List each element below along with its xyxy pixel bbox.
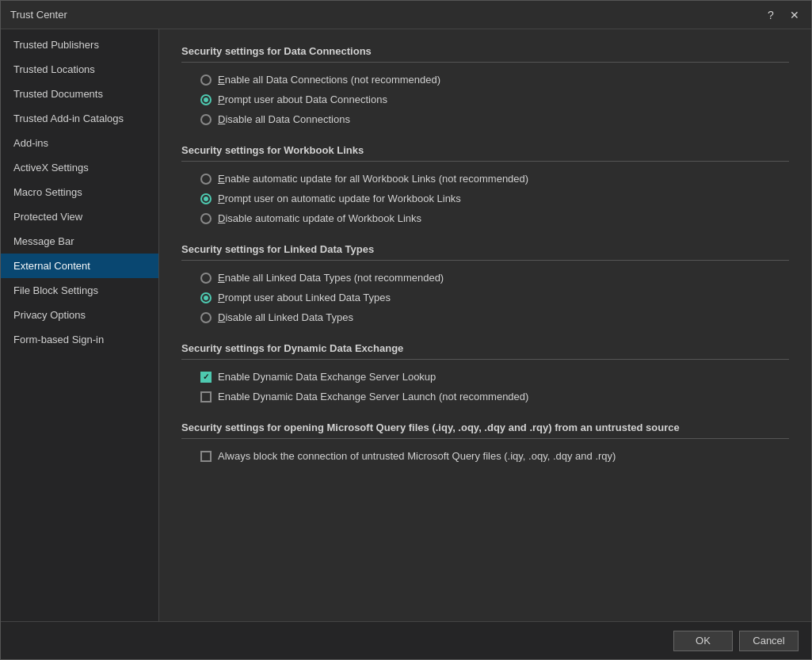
option-label-dc-prompt: Prompt user about Data Connections <box>218 93 387 105</box>
dialog-body: Trusted PublishersTrusted LocationsTrust… <box>1 29 811 621</box>
radio-ldt-enable[interactable] <box>200 273 212 284</box>
section-divider-workbook-links <box>181 161 789 162</box>
option-wl-disable[interactable]: Disable automatic update of Workbook Lin… <box>200 212 789 224</box>
option-group-data-connections: Enable all Data Connections (not recomme… <box>181 74 789 125</box>
radio-wl-disable[interactable] <box>200 213 212 224</box>
option-label-wl-prompt: Prompt user on automatic update for Work… <box>218 193 461 204</box>
sidebar-item-protected-view[interactable]: Protected View <box>1 204 158 229</box>
section-microsoft-query: Security settings for opening Microsoft … <box>181 422 789 462</box>
option-dc-disable[interactable]: Disable all Data Connections <box>200 113 789 125</box>
sidebar-item-trusted-addins[interactable]: Trusted Add-in Catalogs <box>1 106 158 131</box>
option-label-dc-disable: Disable all Data Connections <box>218 113 350 125</box>
sidebar-item-activex[interactable]: ActiveX Settings <box>1 155 158 180</box>
option-ldt-disable[interactable]: Disable all Linked Data Types <box>200 311 789 323</box>
radio-wl-enable[interactable] <box>200 174 212 185</box>
section-data-connections: Security settings for Data ConnectionsEn… <box>181 45 789 125</box>
sidebar: Trusted PublishersTrusted LocationsTrust… <box>1 29 159 621</box>
sidebar-item-file-block[interactable]: File Block Settings <box>1 278 158 303</box>
radio-dc-disable[interactable] <box>200 114 212 125</box>
section-title-dynamic-data-exchange: Security settings for Dynamic Data Excha… <box>181 342 789 354</box>
sidebar-item-macro[interactable]: Macro Settings <box>1 180 158 204</box>
option-group-workbook-links: Enable automatic update for all Workbook… <box>181 173 789 224</box>
option-ldt-prompt[interactable]: Prompt user about Linked Data Types <box>200 292 789 303</box>
section-dynamic-data-exchange: Security settings for Dynamic Data Excha… <box>181 342 789 402</box>
section-divider-dynamic-data-exchange <box>181 359 789 360</box>
section-workbook-links: Security settings for Workbook LinksEnab… <box>181 144 789 224</box>
option-wl-enable[interactable]: Enable automatic update for all Workbook… <box>200 173 789 185</box>
sidebar-item-trusted-documents[interactable]: Trusted Documents <box>1 82 158 106</box>
section-title-microsoft-query: Security settings for opening Microsoft … <box>181 422 789 433</box>
option-label-dde-lookup: Enable Dynamic Data Exchange Server Look… <box>218 371 436 383</box>
option-dde-lookup[interactable]: Enable Dynamic Data Exchange Server Look… <box>200 371 789 383</box>
radio-wl-prompt[interactable] <box>200 193 212 204</box>
radio-dc-enable[interactable] <box>200 74 212 86</box>
section-title-workbook-links: Security settings for Workbook Links <box>181 144 789 156</box>
radio-ldt-disable[interactable] <box>200 312 212 323</box>
section-linked-data-types: Security settings for Linked Data TypesE… <box>181 243 789 323</box>
section-divider-linked-data-types <box>181 260 789 261</box>
option-label-ldt-enable: Enable all Linked Data Types (not recomm… <box>218 272 444 284</box>
section-title-data-connections: Security settings for Data Connections <box>181 45 789 57</box>
checkbox-mq-block[interactable] <box>200 451 212 462</box>
option-label-dde-launch: Enable Dynamic Data Exchange Server Laun… <box>218 391 528 402</box>
content-area: Security settings for Data ConnectionsEn… <box>159 29 811 621</box>
sidebar-item-external-content[interactable]: External Content <box>1 254 158 278</box>
sidebar-item-message-bar[interactable]: Message Bar <box>1 229 158 254</box>
dialog-footer: OK Cancel <box>1 621 811 659</box>
option-label-ldt-prompt: Prompt user about Linked Data Types <box>218 292 391 303</box>
option-group-microsoft-query: Always block the connection of untrusted… <box>181 450 789 462</box>
title-bar: Trust Center ? ✕ <box>1 1 811 29</box>
option-label-dc-enable: Enable all Data Connections (not recomme… <box>218 74 440 86</box>
ok-button[interactable]: OK <box>673 631 733 651</box>
section-divider-data-connections <box>181 62 789 63</box>
radio-ldt-prompt[interactable] <box>200 292 212 303</box>
help-button[interactable]: ? <box>761 5 781 25</box>
sidebar-item-addins[interactable]: Add-ins <box>1 131 158 155</box>
option-group-dynamic-data-exchange: Enable Dynamic Data Exchange Server Look… <box>181 371 789 402</box>
radio-dc-prompt[interactable] <box>200 94 212 105</box>
sidebar-item-form-signin[interactable]: Form-based Sign-in <box>1 327 158 352</box>
sidebar-item-privacy[interactable]: Privacy Options <box>1 303 158 327</box>
close-button[interactable]: ✕ <box>784 5 805 25</box>
option-dde-launch[interactable]: Enable Dynamic Data Exchange Server Laun… <box>200 391 789 402</box>
dialog-title: Trust Center <box>10 9 67 21</box>
option-label-wl-enable: Enable automatic update for all Workbook… <box>218 173 528 185</box>
sidebar-item-trusted-publishers[interactable]: Trusted Publishers <box>1 32 158 57</box>
trust-center-dialog: Trust Center ? ✕ Trusted PublishersTrust… <box>0 0 812 660</box>
checkbox-dde-launch[interactable] <box>200 391 212 402</box>
title-bar-left: Trust Center <box>10 9 67 21</box>
option-group-linked-data-types: Enable all Linked Data Types (not recomm… <box>181 272 789 323</box>
option-dc-prompt[interactable]: Prompt user about Data Connections <box>200 93 789 105</box>
checkbox-dde-lookup[interactable] <box>200 372 212 383</box>
title-bar-right: ? ✕ <box>761 5 805 25</box>
option-wl-prompt[interactable]: Prompt user on automatic update for Work… <box>200 193 789 204</box>
option-label-wl-disable: Disable automatic update of Workbook Lin… <box>218 212 421 224</box>
section-divider-microsoft-query <box>181 438 789 439</box>
option-ldt-enable[interactable]: Enable all Linked Data Types (not recomm… <box>200 272 789 284</box>
option-label-ldt-disable: Disable all Linked Data Types <box>218 311 353 323</box>
sidebar-item-trusted-locations[interactable]: Trusted Locations <box>1 57 158 82</box>
option-label-mq-block: Always block the connection of untrusted… <box>218 450 616 462</box>
cancel-button[interactable]: Cancel <box>739 631 799 651</box>
option-mq-block[interactable]: Always block the connection of untrusted… <box>200 450 789 462</box>
option-dc-enable[interactable]: Enable all Data Connections (not recomme… <box>200 74 789 86</box>
section-title-linked-data-types: Security settings for Linked Data Types <box>181 243 789 255</box>
